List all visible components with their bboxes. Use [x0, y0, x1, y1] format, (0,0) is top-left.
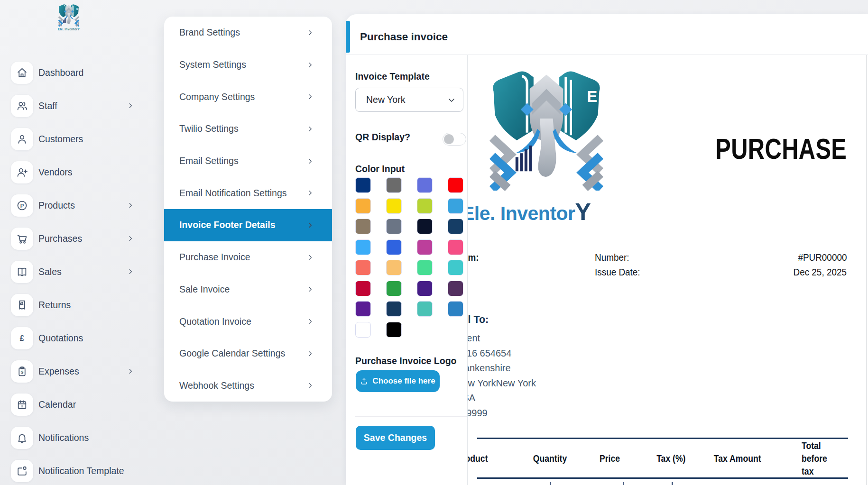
- color-swatch[interactable]: [355, 198, 371, 214]
- sidebar-item-notification-template[interactable]: Notification Template: [11, 454, 134, 485]
- chevron-right-icon: [306, 221, 314, 229]
- invoice-preview: Ele. InventorY PURCHASE From: Number: Is…: [468, 55, 867, 485]
- color-swatch[interactable]: [386, 219, 402, 234]
- sidebar-item-purchases[interactable]: Purchases: [11, 222, 134, 255]
- settings-item-label: Email Notification Settings: [179, 188, 287, 199]
- color-swatch[interactable]: [355, 260, 371, 275]
- settings-item-label: Brand Settings: [179, 27, 240, 38]
- color-swatch[interactable]: [417, 239, 433, 255]
- color-swatch[interactable]: [386, 301, 402, 317]
- sidebar-item-staff[interactable]: Staff: [11, 89, 134, 122]
- color-swatch[interactable]: [386, 281, 402, 296]
- color-swatch[interactable]: [417, 281, 433, 296]
- sidebar-item-sales[interactable]: Sales: [11, 255, 134, 288]
- color-swatch[interactable]: [417, 219, 433, 234]
- sidebar-item-products[interactable]: PProducts: [11, 189, 134, 222]
- sidebar-item-expenses[interactable]: $Expenses: [11, 355, 134, 388]
- qr-display-toggle[interactable]: [443, 133, 466, 146]
- chevron-right-icon: [127, 268, 134, 275]
- calendar-icon: [11, 393, 33, 416]
- color-swatch[interactable]: [448, 301, 463, 317]
- chevron-right-icon: [306, 285, 314, 293]
- color-swatch[interactable]: [417, 260, 433, 275]
- home-icon: [11, 62, 33, 84]
- users-icon: [11, 95, 33, 117]
- settings-item-purchase-invoice[interactable]: Purchase Invoice: [164, 241, 332, 274]
- sidebar-item-label: Staff: [38, 101, 57, 111]
- user-plus-icon: [11, 161, 33, 183]
- choose-file-button[interactable]: Choose file here: [356, 370, 440, 392]
- chevron-right-icon: [306, 350, 314, 357]
- settings-item-quotation-invoice[interactable]: Quotation Invoice: [164, 305, 332, 338]
- color-swatch[interactable]: [355, 281, 371, 296]
- sidebar-item-returns[interactable]: Returns: [11, 288, 134, 321]
- table-header-total-before-tax: Total before tax: [802, 439, 859, 478]
- table-bottom-rule: [477, 477, 848, 479]
- sidebar-item-dashboard[interactable]: Dashboard: [11, 56, 134, 89]
- chevron-right-icon: [306, 93, 314, 101]
- invoice-bill-to-block: Client+216 654654BlankenshireNew YorkNew…: [468, 331, 536, 421]
- color-swatch[interactable]: [417, 177, 433, 193]
- settings-item-invoice-footer-details[interactable]: Invoice Footer Details: [164, 209, 332, 241]
- color-swatch[interactable]: [448, 219, 463, 234]
- bill-to-line: +216 654654: [468, 346, 536, 361]
- table-header-tax-amount: Tax Amount: [707, 453, 768, 464]
- chevron-right-icon: [306, 157, 314, 165]
- table-header-price: Price: [583, 453, 636, 464]
- color-swatch[interactable]: [448, 177, 463, 193]
- sidebar-item-label: Products: [38, 200, 75, 211]
- purchase-invoice-logo-label: Purchase Invoice Logo: [355, 356, 456, 366]
- color-swatch[interactable]: [386, 198, 402, 214]
- color-swatch[interactable]: [386, 322, 402, 338]
- color-swatch[interactable]: [355, 239, 371, 255]
- color-input-label: Color Input: [355, 164, 405, 174]
- title-accent-bar: [346, 21, 350, 53]
- sidebar-item-customers[interactable]: Customers: [11, 122, 134, 156]
- chevron-right-icon: [127, 201, 134, 209]
- chevron-right-icon: [306, 382, 314, 389]
- color-swatch[interactable]: [355, 177, 371, 193]
- settings-item-google-calendar-settings[interactable]: Google Calendar Settings: [164, 338, 332, 370]
- settings-item-label: Company Settings: [179, 92, 255, 102]
- row-fragment: [672, 482, 673, 485]
- settings-item-brand-settings[interactable]: Brand Settings: [164, 17, 332, 49]
- color-swatch[interactable]: [448, 198, 463, 214]
- sidebar-item-calendar[interactable]: Calendar: [11, 388, 134, 421]
- app-logo[interactable]: Ele. InventorY: [47, 4, 90, 31]
- color-swatch[interactable]: [417, 301, 433, 317]
- sidebar-item-notifications[interactable]: Notifications: [11, 421, 134, 454]
- receipt-icon: [11, 294, 33, 316]
- color-swatch[interactable]: [448, 281, 463, 296]
- sidebar-item-label: Returns: [38, 300, 71, 311]
- invoice-bill-to-label: Bill To:: [468, 314, 489, 326]
- upload-icon: [360, 377, 368, 385]
- settings-item-twilio-settings[interactable]: Twilio Settings: [164, 113, 332, 145]
- settings-item-email-notification-settings[interactable]: Email Notification Settings: [164, 177, 332, 209]
- color-swatch[interactable]: [355, 322, 371, 338]
- invoice-table-header: ProductQuantityPriceTax (%)Tax AmountTot…: [468, 440, 859, 477]
- color-swatch[interactable]: [355, 301, 371, 317]
- save-changes-button[interactable]: Save Changes: [356, 426, 435, 450]
- sidebar-item-label: Dashboard: [38, 67, 83, 78]
- settings-item-email-settings[interactable]: Email Settings: [164, 145, 332, 177]
- clipboard-dollar-icon: $: [11, 360, 33, 383]
- settings-item-sale-invoice[interactable]: Sale Invoice: [164, 274, 332, 306]
- color-swatch[interactable]: [448, 260, 463, 275]
- invoice-issue-date-value: Dec 25, 2025: [794, 266, 847, 278]
- color-swatch[interactable]: [386, 260, 402, 275]
- color-swatch[interactable]: [386, 239, 402, 255]
- color-swatch[interactable]: [417, 198, 433, 214]
- app: Ele. InventorY DashboardStaffCustomersVe…: [0, 0, 868, 485]
- color-swatch[interactable]: [448, 239, 463, 255]
- color-swatch[interactable]: [386, 177, 402, 193]
- sidebar-item-label: Calendar: [38, 399, 76, 410]
- color-swatch[interactable]: [355, 219, 371, 234]
- sidebar-item-vendors[interactable]: Vendors: [11, 156, 134, 189]
- notification-template-icon: [11, 460, 33, 482]
- settings-item-company-settings[interactable]: Company Settings: [164, 81, 332, 113]
- settings-item-webhook-settings[interactable]: Webhook Settings: [164, 370, 332, 402]
- invoice-template-select[interactable]: New York: [355, 88, 463, 112]
- bell-icon: [11, 427, 33, 449]
- sidebar-item-quotations[interactable]: £Quotations: [11, 321, 134, 355]
- settings-item-system-settings[interactable]: System Settings: [164, 49, 332, 81]
